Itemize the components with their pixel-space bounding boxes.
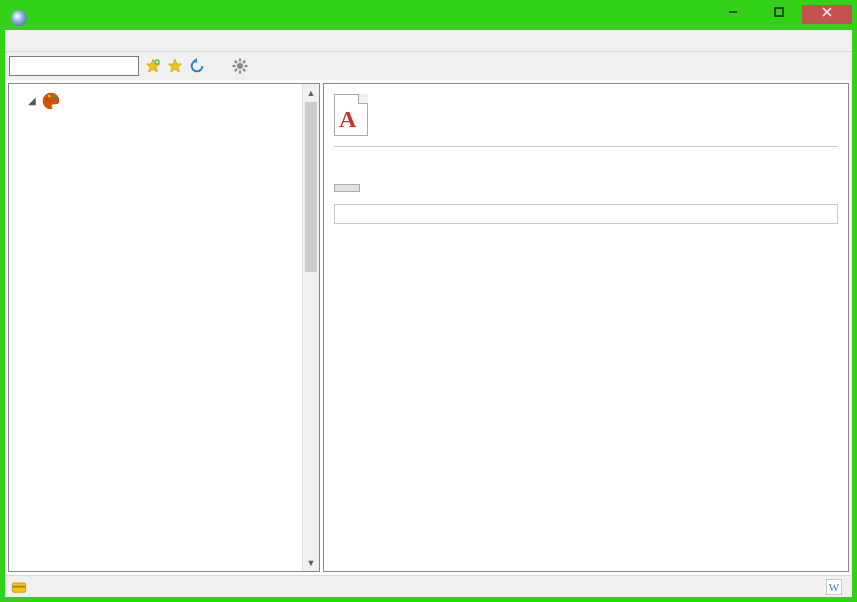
vertical-scrollbar[interactable]: ▲ ▼ (302, 84, 319, 571)
app-icon (11, 10, 27, 26)
page-icon: A (334, 94, 368, 136)
svg-text:W: W (829, 581, 840, 593)
scroll-down-arrow[interactable]: ▼ (303, 554, 319, 571)
tree-pane: ◢ ▲ ▼ (8, 83, 320, 572)
content-header: A (334, 94, 838, 136)
scroll-up-arrow[interactable]: ▲ (303, 84, 319, 101)
svg-point-19 (46, 98, 49, 101)
change-font-button[interactable] (334, 184, 360, 192)
menu-view[interactable] (27, 38, 43, 44)
svg-rect-1 (775, 8, 783, 16)
description-group (334, 204, 838, 224)
close-button[interactable] (802, 0, 852, 24)
svg-line-16 (243, 69, 245, 71)
donate-icon (11, 579, 27, 595)
divider (334, 146, 838, 147)
menubar (5, 30, 852, 52)
minimize-button[interactable] (710, 0, 756, 24)
menu-file[interactable] (9, 38, 25, 44)
titlebar (5, 5, 852, 30)
reset-icon[interactable] (189, 58, 205, 74)
search-input[interactable] (9, 56, 139, 76)
maximize-button[interactable] (756, 0, 802, 24)
svg-line-18 (243, 61, 245, 63)
svg-marker-8 (168, 59, 181, 72)
favorite-icon[interactable] (167, 58, 183, 74)
expander-icon[interactable]: ◢ (27, 95, 37, 106)
svg-rect-24 (12, 585, 25, 587)
winaero-logo-icon: W (826, 579, 842, 595)
statusbar: W (5, 575, 852, 597)
main-panes: ◢ ▲ ▼ A (5, 80, 852, 575)
svg-line-15 (235, 61, 237, 63)
content-pane: A (323, 83, 849, 572)
menu-tools[interactable] (45, 38, 61, 44)
svg-point-10 (237, 63, 243, 69)
scroll-thumb[interactable] (305, 102, 317, 272)
window-controls (710, 0, 852, 24)
gear-icon[interactable] (231, 57, 249, 75)
tree-heading-advanced-appearance[interactable]: ◢ (9, 87, 302, 114)
favorite-add-icon[interactable] (145, 58, 161, 74)
svg-line-17 (235, 69, 237, 71)
tree-scroll: ◢ (9, 84, 302, 571)
svg-point-22 (55, 98, 58, 101)
toolbar (5, 52, 852, 80)
menu-help[interactable] (63, 38, 79, 44)
svg-point-20 (48, 94, 51, 97)
palette-icon (41, 91, 61, 111)
svg-point-21 (52, 94, 55, 97)
